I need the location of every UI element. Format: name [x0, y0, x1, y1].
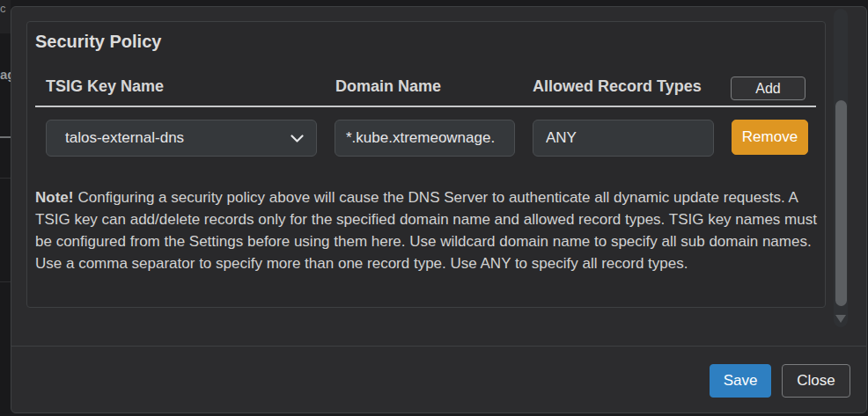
- scrollbar-down-arrow-icon[interactable]: [835, 315, 846, 323]
- background-divider-fragment: [0, 281, 11, 282]
- chevron-down-icon: [291, 135, 304, 142]
- tsig-key-select[interactable]: talos-external-dns: [46, 120, 317, 157]
- remove-button[interactable]: Remove: [732, 120, 808, 155]
- policy-note: Note!Configuring a security policy above…: [35, 186, 819, 274]
- column-header-tsig-key-name: TSIG Key Name: [46, 77, 164, 96]
- allowed-record-types-input[interactable]: [533, 120, 714, 157]
- scrollbar-thumb[interactable]: [835, 100, 847, 306]
- column-header-allowed-record-types: Allowed Record Types: [533, 77, 702, 96]
- note-text: Configuring a security policy above will…: [35, 189, 817, 272]
- column-header-domain-name: Domain Name: [335, 77, 441, 96]
- note-label: Note!: [35, 189, 73, 206]
- background-text-fragment: c: [0, 2, 6, 15]
- domain-name-input[interactable]: [335, 120, 515, 157]
- background-page-strip: [0, 0, 11, 416]
- background-divider-fragment: [0, 136, 11, 138]
- footer-divider: [11, 346, 867, 347]
- add-button[interactable]: Add: [731, 77, 805, 100]
- screen: c ag Security Policy TSIG Key Name Domai…: [0, 0, 868, 416]
- save-button[interactable]: Save: [710, 364, 771, 398]
- dialog-title: Security Policy: [35, 32, 161, 52]
- tsig-key-selected-value: talos-external-dns: [65, 129, 184, 147]
- header-divider: [35, 106, 816, 107]
- close-button[interactable]: Close: [782, 364, 850, 398]
- background-divider-fragment: [0, 178, 11, 179]
